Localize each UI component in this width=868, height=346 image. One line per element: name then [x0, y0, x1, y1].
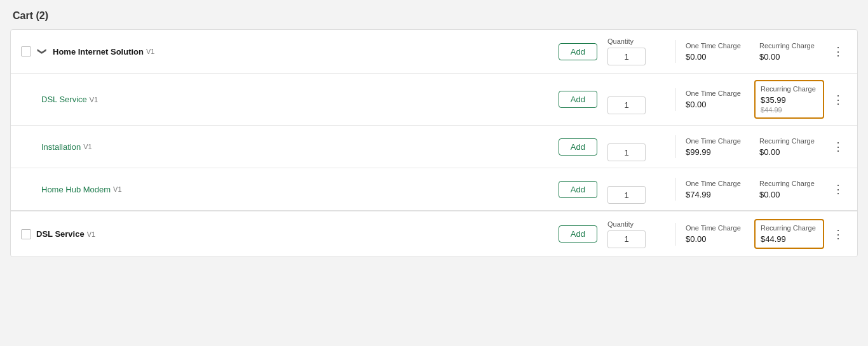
parent-add-button[interactable]: Add: [559, 43, 597, 60]
child-row-installation: Installation V1 Add One Time Charge $99.…: [11, 126, 857, 168]
parent-recurring-section: Recurring Charge $0.00: [754, 38, 824, 65]
page-title: Cart (2): [10, 10, 858, 22]
standalone-checkbox[interactable]: [21, 229, 31, 239]
child-row-dsl: DSL Service V1 Add One Time Charge $0.00…: [11, 74, 857, 126]
child-dsl-quantity-section: [607, 85, 665, 114]
parent-more-button[interactable]: ⋮: [829, 43, 847, 60]
standalone-one-time-section: One Time Charge $0.00: [686, 224, 749, 244]
standalone-recurring-section: Recurring Charge $44.99: [754, 219, 824, 249]
child-dsl-more-button[interactable]: ⋮: [829, 91, 847, 109]
child-modem-recurring-section: Recurring Charge $0.00: [754, 176, 824, 203]
child-installation-recurring-section: Recurring Charge $0.00: [754, 133, 824, 161]
parent-quantity-input[interactable]: [607, 48, 646, 65]
parent-row-right: Add Quantity One Time Charge $0.00 Recur…: [559, 37, 847, 65]
child-installation-row-right: Add One Time Charge $99.99 Recurring Cha…: [559, 132, 847, 161]
chevron-down-icon[interactable]: ❯: [36, 45, 49, 58]
cart-group-2: DSL Service V1 Add Quantity One Time Cha…: [11, 211, 857, 256]
standalone-quantity-section: Quantity: [607, 220, 665, 248]
child-modem-more-button[interactable]: ⋮: [829, 180, 847, 198]
standalone-more-button[interactable]: ⋮: [829, 225, 847, 243]
parent-checkbox[interactable]: [21, 46, 31, 57]
child-modem-one-time-section: One Time Charge $74.99: [686, 180, 749, 199]
child-modem-quantity-input[interactable]: [607, 186, 646, 204]
child-item-name-dsl[interactable]: DSL Service V1: [41, 95, 559, 104]
child-modem-quantity-section: [607, 175, 665, 204]
child-installation-quantity-section: [607, 132, 665, 161]
child-installation-quantity-input[interactable]: [607, 143, 646, 161]
child-modem-add-button[interactable]: Add: [559, 181, 597, 198]
cart-group-1: ❯ Home Internet Solution V1 Add Quantity…: [11, 30, 857, 211]
standalone-add-button[interactable]: Add: [559, 225, 597, 243]
child-installation-divider: [675, 135, 675, 158]
child-dsl-recurring-section: Recurring Charge $35.99 $44.99: [754, 80, 824, 119]
child-installation-one-time-section: One Time Charge $99.99: [686, 137, 749, 157]
standalone-divider: [675, 223, 675, 246]
child-item-name-modem[interactable]: Home Hub Modem V1: [41, 185, 559, 194]
child-item-name-installation[interactable]: Installation V1: [41, 142, 559, 152]
child-row-modem: Home Hub Modem V1 Add One Time Charge $7…: [11, 168, 857, 210]
parent-row: ❯ Home Internet Solution V1 Add Quantity…: [11, 30, 857, 74]
cart-container: ❯ Home Internet Solution V1 Add Quantity…: [10, 29, 858, 257]
child-dsl-divider: [675, 88, 675, 111]
parent-item-name: Home Internet Solution V1: [53, 47, 559, 57]
parent-one-time-section: One Time Charge $0.00: [686, 42, 749, 62]
child-modem-row-right: Add One Time Charge $74.99 Recurring Cha…: [559, 175, 847, 204]
child-dsl-quantity-input[interactable]: [607, 96, 646, 114]
child-dsl-one-time-section: One Time Charge $0.00: [686, 90, 749, 109]
standalone-row: DSL Service V1 Add Quantity One Time Cha…: [11, 211, 857, 256]
child-modem-divider: [675, 178, 675, 201]
child-dsl-add-button[interactable]: Add: [559, 91, 597, 108]
child-installation-add-button[interactable]: Add: [559, 138, 597, 156]
vertical-divider: [675, 40, 675, 63]
parent-quantity-section: Quantity: [607, 37, 665, 65]
standalone-quantity-input[interactable]: [607, 230, 646, 248]
child-dsl-row-right: Add One Time Charge $0.00 Recurring Char…: [559, 80, 847, 119]
page-wrapper: Cart (2) ❯ Home Internet Solution V1 Add…: [0, 0, 868, 346]
standalone-item-name: DSL Service V1: [36, 229, 559, 239]
child-installation-more-button[interactable]: ⋮: [829, 138, 847, 156]
standalone-row-right: Add Quantity One Time Charge $0.00 Recur…: [559, 219, 847, 249]
